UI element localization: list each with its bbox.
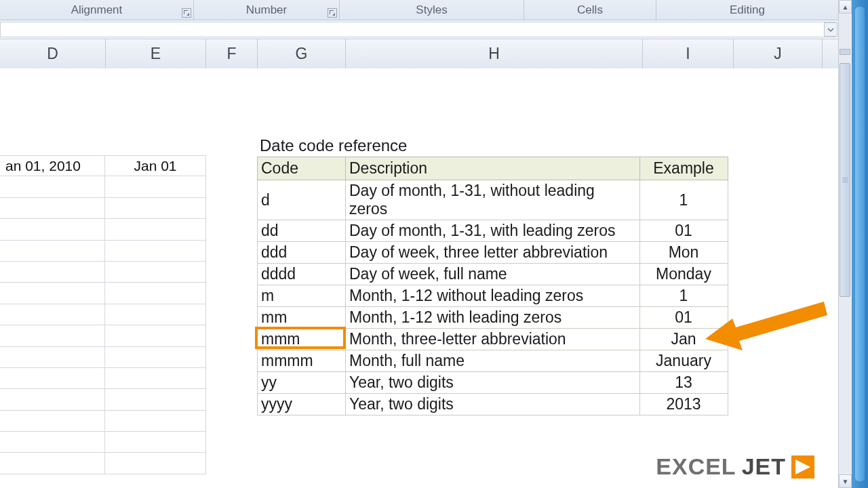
split-handle[interactable] bbox=[840, 49, 850, 55]
cell[interactable] bbox=[105, 389, 206, 410]
cell[interactable] bbox=[0, 219, 105, 240]
table-row[interactable]: yyYear, two digits13 bbox=[258, 372, 728, 394]
cell-example[interactable]: Jan bbox=[640, 329, 728, 350]
column-header-J[interactable]: J bbox=[734, 39, 823, 68]
cell[interactable] bbox=[0, 453, 105, 474]
table-row[interactable] bbox=[0, 176, 206, 197]
cell[interactable]: Jan 01 bbox=[105, 155, 206, 176]
cell[interactable] bbox=[0, 241, 105, 262]
table-row[interactable]: dddDay of week, three letter abbreviatio… bbox=[258, 242, 728, 264]
ribbon-group-alignment[interactable]: Alignment bbox=[0, 0, 194, 20]
dialog-launcher-icon[interactable] bbox=[182, 8, 191, 18]
cell-description[interactable]: Day of month, 1-31, with leading zeros bbox=[346, 220, 640, 242]
scroll-up-button[interactable]: ▲ bbox=[839, 0, 852, 14]
cell-example[interactable]: 01 bbox=[640, 307, 728, 329]
cell-example[interactable]: 2013 bbox=[640, 394, 728, 415]
ribbon-group-styles[interactable]: Styles bbox=[340, 0, 524, 20]
cell[interactable]: an 01, 2010 bbox=[0, 155, 105, 176]
ribbon-group-number[interactable]: Number bbox=[194, 0, 340, 20]
dialog-launcher-icon[interactable] bbox=[328, 8, 337, 18]
cell-description[interactable]: Month, 1-12 without leading zeros bbox=[346, 285, 640, 307]
cell-code[interactable]: ddd bbox=[258, 242, 346, 264]
formula-bar-expand-button[interactable] bbox=[824, 22, 837, 37]
column-header-D[interactable]: D bbox=[0, 39, 106, 68]
cell[interactable] bbox=[0, 325, 105, 346]
column-header-G[interactable]: G bbox=[258, 39, 346, 68]
column-header-I[interactable]: I bbox=[643, 39, 734, 68]
table-row[interactable] bbox=[0, 389, 206, 410]
table-row[interactable]: yyyyYear, two digits2013 bbox=[258, 394, 728, 415]
cell-description[interactable]: Month, 1-12 with leading zeros bbox=[346, 307, 640, 329]
cell-code[interactable]: dd bbox=[258, 220, 346, 242]
cell[interactable] bbox=[105, 198, 206, 219]
table-row[interactable] bbox=[0, 347, 206, 368]
table-header-desc[interactable]: Description bbox=[346, 157, 640, 180]
cell[interactable] bbox=[105, 325, 206, 346]
cell-example[interactable]: 1 bbox=[640, 285, 728, 307]
table-row[interactable] bbox=[0, 368, 206, 389]
cell[interactable] bbox=[105, 432, 206, 453]
table-row[interactable] bbox=[0, 219, 206, 240]
cell-code[interactable]: yy bbox=[258, 372, 346, 394]
left-data-range[interactable]: an 01, 2010Jan 01 bbox=[0, 155, 206, 474]
cell-description[interactable]: Month, full name bbox=[346, 350, 640, 372]
cell[interactable] bbox=[0, 389, 105, 410]
cell[interactable] bbox=[105, 453, 206, 474]
outer-scroll-thumb[interactable] bbox=[855, 7, 865, 481]
cell[interactable] bbox=[105, 262, 206, 283]
cell[interactable] bbox=[105, 219, 206, 240]
table-row[interactable] bbox=[0, 432, 206, 453]
scroll-thumb[interactable] bbox=[840, 63, 850, 297]
column-header-E[interactable]: E bbox=[106, 39, 206, 68]
cell[interactable] bbox=[0, 176, 105, 197]
cell-description[interactable]: Year, two digits bbox=[346, 394, 640, 415]
cell[interactable] bbox=[0, 198, 105, 219]
cell[interactable] bbox=[0, 262, 105, 283]
cell-description[interactable]: Day of week, full name bbox=[346, 264, 640, 285]
cell[interactable] bbox=[0, 283, 105, 304]
cell-example[interactable]: 01 bbox=[640, 220, 728, 242]
table-row[interactable]: dDay of month, 1-31, without leading zer… bbox=[258, 180, 728, 220]
table-row[interactable] bbox=[0, 262, 206, 283]
cell-example[interactable]: Mon bbox=[640, 242, 728, 264]
cell[interactable] bbox=[105, 283, 206, 304]
cell-example[interactable]: 1 bbox=[640, 180, 728, 220]
table-row[interactable]: mmmmMonth, full nameJanuary bbox=[258, 350, 728, 372]
cell-code[interactable]: m bbox=[258, 285, 346, 307]
cell-description[interactable]: Month, three-letter abbreviation bbox=[346, 329, 640, 350]
cell[interactable] bbox=[0, 368, 105, 389]
cell-code[interactable]: d bbox=[258, 180, 346, 220]
cell-example[interactable]: 13 bbox=[640, 372, 728, 394]
cell[interactable] bbox=[0, 347, 105, 368]
formula-input[interactable] bbox=[0, 22, 836, 37]
cell[interactable] bbox=[105, 347, 206, 368]
cell-code[interactable]: mm bbox=[258, 307, 346, 329]
cell-code[interactable]: yyyy bbox=[258, 394, 346, 415]
date-code-reference-table[interactable]: CodeDescriptionExampledDay of month, 1-3… bbox=[257, 157, 728, 415]
cell-example[interactable]: Monday bbox=[640, 264, 728, 285]
ribbon-group-cells[interactable]: Cells bbox=[524, 0, 656, 20]
cell-code[interactable]: mmm bbox=[258, 329, 346, 350]
table-row[interactable] bbox=[0, 325, 206, 346]
cell-code[interactable]: dddd bbox=[258, 264, 346, 285]
table-row[interactable] bbox=[0, 198, 206, 219]
table-row[interactable]: ddddDay of week, full nameMonday bbox=[258, 264, 728, 285]
cell[interactable] bbox=[105, 304, 206, 325]
table-row[interactable] bbox=[0, 283, 206, 304]
cell-description[interactable]: Year, two digits bbox=[346, 372, 640, 394]
table-row[interactable] bbox=[0, 241, 206, 262]
cell[interactable] bbox=[0, 411, 105, 432]
table-row[interactable]: mmmMonth, three-letter abbreviationJan bbox=[258, 329, 728, 350]
cell[interactable] bbox=[0, 432, 105, 453]
column-header-F[interactable]: F bbox=[206, 39, 258, 68]
cell[interactable] bbox=[105, 241, 206, 262]
outer-vertical-scrollbar[interactable] bbox=[852, 0, 868, 488]
cell[interactable] bbox=[0, 304, 105, 325]
table-row[interactable] bbox=[0, 304, 206, 325]
table-row[interactable] bbox=[0, 411, 206, 432]
cell[interactable] bbox=[105, 176, 206, 197]
cell[interactable] bbox=[105, 411, 206, 432]
cell-code[interactable]: mmmm bbox=[258, 350, 346, 372]
column-header-blank[interactable] bbox=[823, 39, 839, 68]
ribbon-group-editing[interactable]: Editing bbox=[656, 0, 839, 20]
